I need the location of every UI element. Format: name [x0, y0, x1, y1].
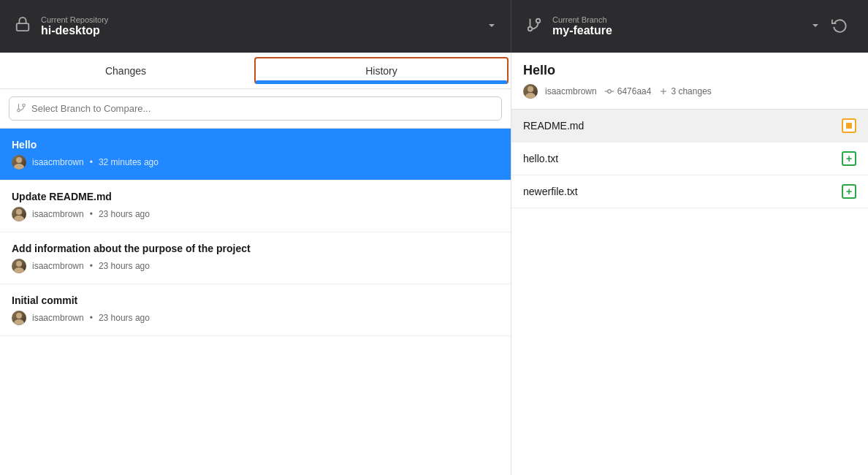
repo-label: Current Repository	[41, 15, 108, 24]
commit-item[interactable]: Initial commit isaacmbrown • 23 hours ag…	[0, 284, 511, 336]
commit-detail-title: Hello	[523, 63, 856, 78]
file-item[interactable]: README.md	[511, 110, 868, 142]
commit-meta: isaacmbrown • 23 hours ago	[12, 207, 499, 221]
tab-history[interactable]: History	[254, 57, 509, 84]
commit-title: Hello	[12, 139, 499, 151]
commit-title: Add information about the purpose of the…	[12, 243, 499, 254]
svg-point-6	[18, 109, 20, 112]
file-list: README.md hello.txt + newerfile.txt +	[511, 110, 868, 475]
tab-changes[interactable]: Changes	[0, 53, 251, 88]
svg-point-2	[536, 18, 541, 23]
svg-rect-12	[846, 123, 852, 129]
app-header: Current Repository hi-desktop Current Br…	[0, 0, 868, 53]
svg-point-7	[607, 90, 611, 94]
commit-time: 23 hours ago	[99, 261, 150, 271]
commit-time: 23 hours ago	[99, 209, 150, 219]
commit-author: isaacmbrown	[32, 313, 84, 323]
branch-compare-section	[0, 89, 511, 129]
file-name: newerfile.txt	[523, 186, 578, 197]
main-content: Changes History	[0, 53, 868, 475]
left-panel: Changes History	[0, 53, 511, 475]
commit-detail-header: Hello isaacmbrown 6476aa4	[511, 53, 868, 110]
commit-item[interactable]: Update README.md isaacmbrown • 23 hours …	[0, 180, 511, 232]
commit-title: Update README.md	[12, 191, 499, 202]
commit-hash: 6476aa4	[604, 86, 652, 96]
branch-compare-input[interactable]	[9, 96, 502, 121]
svg-point-3	[528, 26, 533, 31]
tabs-row: Changes History	[0, 53, 511, 89]
svg-point-5	[23, 104, 26, 107]
branch-chevron-icon	[811, 20, 820, 33]
file-name: README.md	[523, 120, 584, 132]
repo-selector[interactable]: Current Repository hi-desktop	[0, 0, 511, 53]
svg-rect-0	[17, 23, 29, 31]
avatar	[12, 259, 26, 273]
branch-label: Current Branch	[552, 15, 612, 24]
avatar	[12, 311, 26, 325]
branch-compare-icon	[16, 102, 26, 115]
commit-list: Hello isaacmbrown • 32 minutes ago Updat…	[0, 129, 511, 475]
file-item[interactable]: newerfile.txt +	[511, 175, 868, 208]
commit-meta: isaacmbrown • 32 minutes ago	[12, 155, 499, 170]
avatar	[12, 155, 26, 170]
commit-time: 23 hours ago	[99, 313, 150, 323]
commit-meta: isaacmbrown • 23 hours ago	[12, 311, 499, 325]
file-added-icon: +	[842, 151, 856, 166]
branch-icon	[526, 17, 542, 37]
file-modified-icon	[842, 118, 856, 133]
commit-item[interactable]: Hello isaacmbrown • 32 minutes ago	[0, 129, 511, 180]
changes-badge: 3 changes	[658, 86, 711, 96]
avatar	[12, 207, 26, 221]
commit-hash-value: 6476aa4	[617, 86, 652, 96]
lock-icon	[15, 16, 31, 37]
file-item[interactable]: hello.txt +	[511, 142, 868, 175]
avatar	[523, 84, 538, 99]
commit-detail-author: isaacmbrown	[545, 86, 597, 96]
commit-author: isaacmbrown	[32, 157, 84, 167]
commit-detail-meta: isaacmbrown 6476aa4 3 changes	[523, 84, 856, 99]
commit-author: isaacmbrown	[32, 261, 84, 271]
sync-button[interactable]	[826, 11, 853, 42]
file-name: hello.txt	[523, 153, 558, 164]
repo-name: hi-desktop	[41, 24, 108, 37]
file-added-icon: +	[842, 184, 856, 199]
commit-author: isaacmbrown	[32, 209, 84, 219]
commit-title: Initial commit	[12, 294, 499, 306]
commit-item[interactable]: Add information about the purpose of the…	[0, 232, 511, 284]
commit-time: 32 minutes ago	[99, 157, 159, 167]
commit-separator: •	[90, 157, 93, 167]
branch-name: my-feature	[552, 24, 612, 37]
repo-chevron-icon	[487, 20, 496, 32]
branch-selector[interactable]: Current Branch my-feature	[511, 0, 868, 53]
commit-meta: isaacmbrown • 23 hours ago	[12, 259, 499, 273]
right-panel: Hello isaacmbrown 6476aa4	[511, 53, 868, 475]
